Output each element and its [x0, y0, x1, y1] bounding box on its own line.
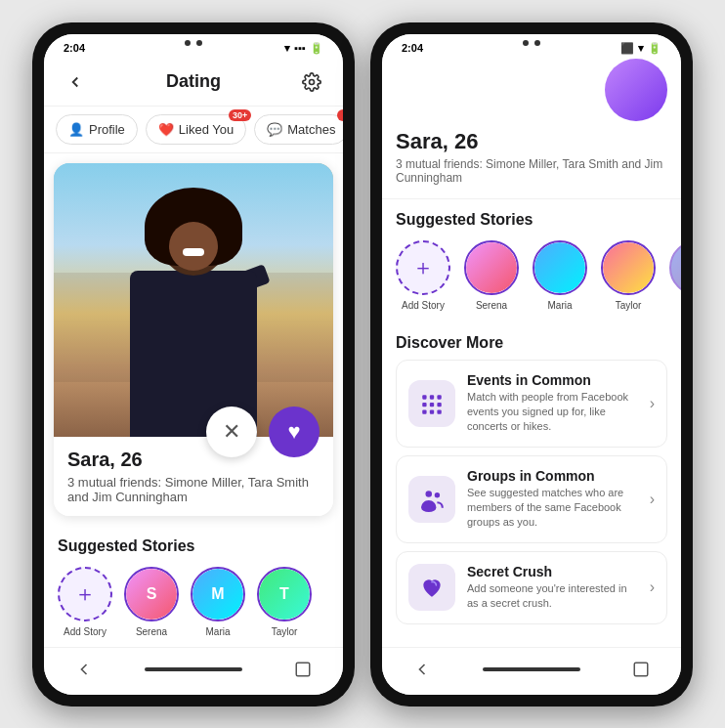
taylor-label-right: Taylor [616, 300, 642, 311]
battery-icon: 🔋 [310, 42, 323, 55]
status-time-right: 2:04 [402, 42, 423, 54]
svg-rect-6 [430, 402, 434, 406]
svg-point-0 [310, 79, 315, 84]
events-arrow: › [650, 395, 655, 412]
svg-rect-4 [437, 395, 441, 399]
story-serena-right[interactable]: Serena [464, 240, 519, 311]
crush-arrow: › [650, 578, 655, 596]
events-text: Events in Common Match with people from … [467, 372, 638, 435]
wifi-icon-right: ▾ [638, 42, 644, 55]
svg-rect-14 [634, 663, 648, 676]
taylor-avatar: T [257, 567, 312, 621]
scroll-content-right: Sara, 26 3 mutual friends: Simone Miller… [382, 59, 681, 647]
suggested-stories-title-right: Suggested Stories [382, 199, 681, 236]
story-taylor[interactable]: T Taylor [257, 567, 312, 637]
story-maria-right[interactable]: Maria [533, 240, 587, 311]
pass-button[interactable]: ✕ [206, 407, 257, 457]
nav-back-button-right[interactable] [403, 656, 442, 683]
nav-square-button-right[interactable] [621, 656, 661, 683]
groups-desc: See suggested matches who are members of… [467, 486, 638, 531]
groups-title: Groups in Common [467, 468, 638, 484]
home-indicator-left [145, 667, 242, 671]
action-buttons: ✕ ♥ [206, 407, 320, 457]
phone-left: 2:04 ▾ ▪▪▪ 🔋 Dating 👤 [32, 22, 355, 707]
tab-profile[interactable]: 👤 Profile [56, 114, 138, 145]
profile-header-right: Sara, 26 3 mutual friends: Simone Miller… [382, 59, 681, 199]
discover-card-crush[interactable]: Secret Crush Add someone you're interest… [396, 551, 667, 624]
serena-avatar: S [124, 567, 179, 621]
groups-icon [408, 476, 455, 523]
events-icon [408, 380, 455, 427]
status-time-left: 2:04 [64, 42, 85, 54]
story-serena[interactable]: S Serena [124, 567, 179, 637]
svg-rect-8 [422, 409, 426, 413]
profile-friends: 3 mutual friends: Simone Miller, Tara Sm… [67, 475, 320, 504]
partial-avatar-container [396, 59, 667, 121]
taylor-avatar-right [601, 240, 656, 295]
add-story-label: Add Story [64, 626, 107, 637]
partial-story-avatar [669, 240, 681, 295]
matches-icon: 💬 [267, 122, 282, 137]
back-button[interactable] [60, 66, 91, 98]
phone-left-screen: 2:04 ▾ ▪▪▪ 🔋 Dating 👤 [44, 34, 343, 695]
discover-title: Discover More [396, 334, 667, 352]
liked-icon: ❤️ [158, 122, 174, 137]
discover-card-events[interactable]: Events in Common Match with people from … [396, 360, 667, 448]
bottom-nav-right [382, 647, 681, 695]
discover-card-groups[interactable]: Groups in Common See suggested matches w… [396, 455, 667, 543]
svg-rect-7 [437, 402, 441, 406]
svg-rect-9 [430, 409, 434, 413]
add-icon-right: ＋ [412, 253, 434, 282]
profile-friends-right: 3 mutual friends: Simone Miller, Tara Sm… [396, 157, 667, 185]
stories-row-left: ＋ Add Story S Serena M Mari [44, 563, 343, 647]
story-add[interactable]: ＋ Add Story [58, 567, 112, 637]
status-square-icon: ⬛ [620, 42, 634, 55]
story-maria[interactable]: M Maria [191, 567, 245, 637]
nav-back-button[interactable] [64, 656, 104, 683]
phone-right-screen: 2:04 ⬛ ▾ 🔋 Sara, 26 [382, 34, 681, 695]
nav-square-button[interactable] [283, 656, 322, 683]
svg-point-12 [435, 492, 440, 497]
status-icons-left: ▾ ▪▪▪ 🔋 [284, 42, 323, 55]
status-bar-left: 2:04 ▾ ▪▪▪ 🔋 [44, 34, 343, 59]
wifi-icon: ▾ [284, 42, 290, 55]
add-story-avatar-right: ＋ [396, 240, 450, 295]
maria-label: Maria [205, 626, 230, 637]
app-header-left: Dating [44, 59, 343, 107]
tab-liked[interactable]: ❤️ Liked You 30+ [146, 114, 246, 145]
serena-label-right: Serena [476, 300, 507, 311]
crush-text: Secret Crush Add someone you're interest… [467, 564, 638, 612]
story-add-right[interactable]: ＋ Add Story [396, 240, 450, 311]
maria-avatar-right [533, 240, 587, 295]
phone-right: 2:04 ⬛ ▾ 🔋 Sara, 26 [370, 22, 693, 707]
app-title: Dating [166, 71, 221, 92]
nav-tabs: 👤 Profile ❤️ Liked You 30+ 💬 Matches 2 [44, 107, 343, 153]
tab-matches[interactable]: 💬 Matches 2 [254, 114, 343, 145]
story-taylor-right[interactable]: Taylor [601, 240, 656, 311]
story-partial [669, 240, 681, 311]
suggested-stories-title-left: Suggested Stories [44, 526, 343, 563]
crush-icon [408, 564, 455, 611]
like-button[interactable]: ♥ [269, 407, 320, 457]
svg-rect-10 [437, 409, 441, 413]
svg-rect-1 [296, 663, 310, 676]
profile-icon: 👤 [68, 122, 84, 137]
svg-point-13 [421, 503, 436, 512]
signal-icon: ▪▪▪ [294, 42, 306, 54]
profile-name-right: Sara, 26 [396, 129, 667, 154]
svg-rect-2 [422, 395, 426, 399]
events-title: Events in Common [467, 372, 638, 388]
bottom-nav-left [44, 647, 343, 695]
scroll-content-left: ✕ ♥ Sara, 26 3 mutual friends: Simone Mi… [44, 153, 343, 647]
crush-title: Secret Crush [467, 564, 638, 579]
profile-image [54, 163, 333, 437]
liked-badge: 30+ [229, 109, 251, 121]
settings-button[interactable] [296, 66, 327, 98]
groups-text: Groups in Common See suggested matches w… [467, 468, 638, 531]
add-icon: ＋ [74, 579, 96, 609]
maria-label-right: Maria [547, 300, 572, 311]
scene: 2:04 ▾ ▪▪▪ 🔋 Dating 👤 [13, 3, 712, 726]
svg-point-11 [426, 491, 433, 497]
events-desc: Match with people from Facebook events y… [467, 390, 638, 435]
crush-desc: Add someone you're interested in as a se… [467, 581, 638, 612]
